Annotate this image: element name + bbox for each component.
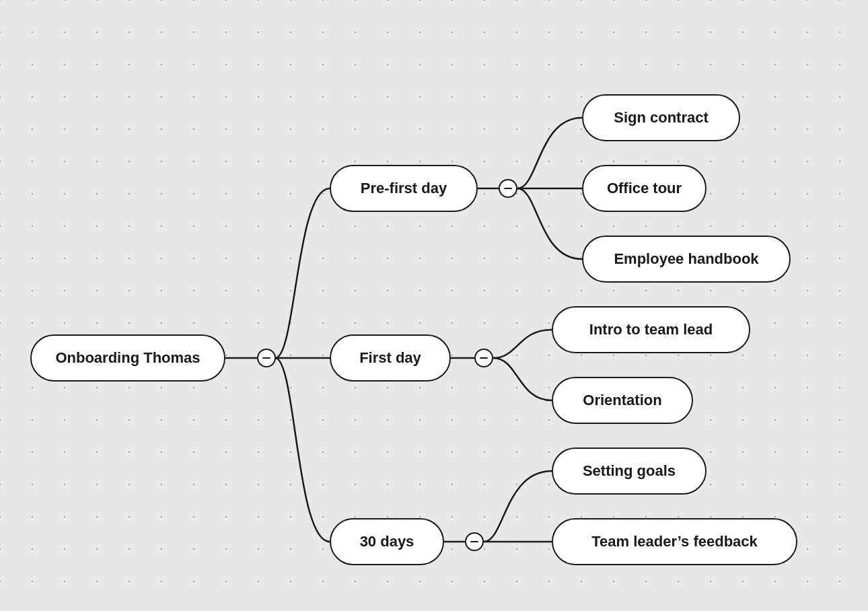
setting-goals-node[interactable]: Setting goals [552,447,707,495]
intro-team-lead-node[interactable]: Intro to team lead [552,306,750,353]
orientation-node[interactable]: Orientation [552,377,693,424]
first-day-label: First day [340,340,440,376]
sign-contract-node[interactable]: Sign contract [582,94,740,141]
thirty-days-node[interactable]: 30 days [330,518,444,565]
thirty-days-label: 30 days [341,524,433,560]
office-tour-node[interactable]: Office tour [582,165,707,212]
thirty-days-connector-circle[interactable] [465,532,484,551]
root-connector-circle[interactable] [257,349,276,367]
employee-handbook-label: Employee handbook [595,241,777,277]
first-day-node[interactable]: First day [330,334,451,382]
setting-goals-label: Setting goals [564,453,694,489]
office-tour-label: Office tour [588,170,700,207]
first-day-connector-circle[interactable] [474,349,493,367]
pre-first-day-label: Pre-first day [342,170,466,207]
sign-contract-label: Sign contract [595,100,727,136]
mindmap-container: Onboarding Thomas Pre-first day First da… [0,0,868,611]
root-node[interactable]: Onboarding Thomas [30,334,225,382]
pre-first-day-connector-circle[interactable] [499,179,517,198]
team-leader-feedback-label: Team leader’s feedback [573,524,776,560]
intro-team-lead-label: Intro to team lead [571,312,731,348]
root-label: Onboarding Thomas [36,340,219,376]
employee-handbook-node[interactable]: Employee handbook [582,236,791,283]
pre-first-day-node[interactable]: Pre-first day [330,165,478,212]
team-leader-feedback-node[interactable]: Team leader’s feedback [552,518,797,565]
orientation-label: Orientation [564,382,680,419]
